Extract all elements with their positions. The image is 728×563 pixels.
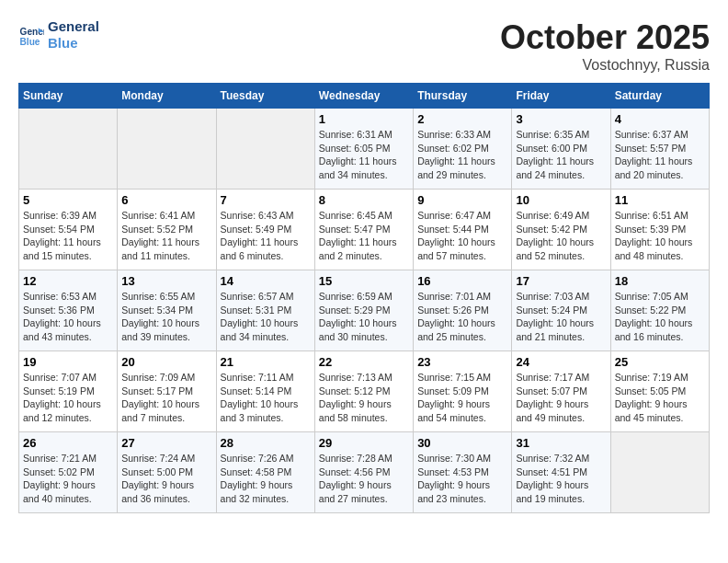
day-info: Sunrise: 7:03 AM Sunset: 5:24 PM Dayligh… (516, 290, 606, 344)
dow-friday: Friday (512, 84, 610, 109)
day-number: 18 (615, 274, 705, 288)
dow-saturday: Saturday (610, 84, 709, 109)
day-number: 11 (615, 193, 705, 207)
day-number: 31 (516, 436, 606, 450)
calendar-cell: 13Sunrise: 6:55 AM Sunset: 5:34 PM Dayli… (118, 270, 216, 351)
day-info: Sunrise: 7:05 AM Sunset: 5:22 PM Dayligh… (615, 290, 705, 344)
day-number: 21 (221, 355, 311, 369)
calendar-cell: 27Sunrise: 7:24 AM Sunset: 5:00 PM Dayli… (118, 432, 216, 513)
day-number: 24 (516, 355, 606, 369)
calendar-cell: 31Sunrise: 7:32 AM Sunset: 4:51 PM Dayli… (512, 432, 610, 513)
calendar-cell: 3Sunrise: 6:35 AM Sunset: 6:00 PM Daylig… (512, 109, 610, 190)
day-info: Sunrise: 6:31 AM Sunset: 6:05 PM Dayligh… (319, 128, 409, 182)
day-number: 6 (121, 193, 211, 207)
day-info: Sunrise: 6:57 AM Sunset: 5:31 PM Dayligh… (221, 290, 311, 344)
day-number: 2 (417, 112, 507, 126)
calendar-cell: 28Sunrise: 7:26 AM Sunset: 4:58 PM Dayli… (216, 432, 314, 513)
day-info: Sunrise: 7:07 AM Sunset: 5:19 PM Dayligh… (23, 371, 113, 425)
calendar-cell: 2Sunrise: 6:33 AM Sunset: 6:02 PM Daylig… (414, 109, 512, 190)
day-info: Sunrise: 7:01 AM Sunset: 5:26 PM Dayligh… (417, 290, 507, 344)
calendar-cell (216, 109, 314, 190)
calendar-cell: 21Sunrise: 7:11 AM Sunset: 5:14 PM Dayli… (216, 351, 314, 432)
day-number: 27 (121, 436, 211, 450)
day-number: 29 (319, 436, 409, 450)
day-number: 13 (121, 274, 211, 288)
day-number: 19 (23, 355, 113, 369)
calendar-week-1: 5Sunrise: 6:39 AM Sunset: 5:54 PM Daylig… (19, 190, 710, 270)
day-info: Sunrise: 7:24 AM Sunset: 5:00 PM Dayligh… (121, 452, 211, 506)
calendar-cell: 16Sunrise: 7:01 AM Sunset: 5:26 PM Dayli… (414, 270, 512, 351)
day-info: Sunrise: 6:39 AM Sunset: 5:54 PM Dayligh… (23, 209, 113, 263)
calendar-cell: 20Sunrise: 7:09 AM Sunset: 5:17 PM Dayli… (118, 351, 216, 432)
day-info: Sunrise: 7:11 AM Sunset: 5:14 PM Dayligh… (221, 371, 311, 425)
calendar-cell: 10Sunrise: 6:49 AM Sunset: 5:42 PM Dayli… (512, 190, 610, 270)
calendar-cell: 18Sunrise: 7:05 AM Sunset: 5:22 PM Dayli… (610, 270, 709, 351)
day-info: Sunrise: 6:47 AM Sunset: 5:44 PM Dayligh… (417, 209, 507, 263)
day-number: 25 (615, 355, 705, 369)
day-number: 9 (417, 193, 507, 207)
calendar-cell: 4Sunrise: 6:37 AM Sunset: 5:57 PM Daylig… (610, 109, 709, 190)
day-of-week-header-row: SundayMondayTuesdayWednesdayThursdayFrid… (19, 84, 710, 109)
day-info: Sunrise: 7:15 AM Sunset: 5:09 PM Dayligh… (417, 371, 507, 425)
dow-thursday: Thursday (414, 84, 512, 109)
day-number: 4 (615, 112, 705, 126)
day-number: 16 (417, 274, 507, 288)
logo-icon: General Blue (18, 22, 44, 48)
day-number: 10 (516, 193, 606, 207)
calendar-cell: 1Sunrise: 6:31 AM Sunset: 6:05 PM Daylig… (314, 109, 413, 190)
day-info: Sunrise: 6:59 AM Sunset: 5:29 PM Dayligh… (319, 290, 409, 344)
calendar-cell (19, 109, 118, 190)
day-info: Sunrise: 6:55 AM Sunset: 5:34 PM Dayligh… (121, 290, 211, 344)
day-info: Sunrise: 7:17 AM Sunset: 5:07 PM Dayligh… (516, 371, 606, 425)
dow-wednesday: Wednesday (314, 84, 413, 109)
day-info: Sunrise: 7:09 AM Sunset: 5:17 PM Dayligh… (121, 371, 211, 425)
day-number: 23 (417, 355, 507, 369)
calendar-cell: 30Sunrise: 7:30 AM Sunset: 4:53 PM Dayli… (414, 432, 512, 513)
day-info: Sunrise: 7:13 AM Sunset: 5:12 PM Dayligh… (319, 371, 409, 425)
day-info: Sunrise: 6:33 AM Sunset: 6:02 PM Dayligh… (417, 128, 507, 182)
calendar-cell: 17Sunrise: 7:03 AM Sunset: 5:24 PM Dayli… (512, 270, 610, 351)
day-info: Sunrise: 6:53 AM Sunset: 5:36 PM Dayligh… (23, 290, 113, 344)
day-info: Sunrise: 6:51 AM Sunset: 5:39 PM Dayligh… (615, 209, 705, 263)
calendar-cell: 7Sunrise: 6:43 AM Sunset: 5:49 PM Daylig… (216, 190, 314, 270)
calendar-cell: 8Sunrise: 6:45 AM Sunset: 5:47 PM Daylig… (314, 190, 413, 270)
logo: General Blue General Blue (18, 18, 99, 52)
day-info: Sunrise: 6:45 AM Sunset: 5:47 PM Dayligh… (319, 209, 409, 263)
day-number: 22 (319, 355, 409, 369)
month-title: October 2025 (500, 18, 710, 57)
day-number: 20 (121, 355, 211, 369)
calendar-cell: 5Sunrise: 6:39 AM Sunset: 5:54 PM Daylig… (19, 190, 118, 270)
page-header: General Blue General Blue October 2025 V… (18, 18, 710, 74)
day-number: 17 (516, 274, 606, 288)
calendar-cell (610, 432, 709, 513)
calendar-cell: 15Sunrise: 6:59 AM Sunset: 5:29 PM Dayli… (314, 270, 413, 351)
day-info: Sunrise: 6:37 AM Sunset: 5:57 PM Dayligh… (615, 128, 705, 182)
day-number: 3 (516, 112, 606, 126)
calendar-week-3: 19Sunrise: 7:07 AM Sunset: 5:19 PM Dayli… (19, 351, 710, 432)
calendar-cell: 14Sunrise: 6:57 AM Sunset: 5:31 PM Dayli… (216, 270, 314, 351)
day-info: Sunrise: 6:35 AM Sunset: 6:00 PM Dayligh… (516, 128, 606, 182)
day-number: 14 (221, 274, 311, 288)
day-number: 8 (319, 193, 409, 207)
day-info: Sunrise: 7:21 AM Sunset: 5:02 PM Dayligh… (23, 452, 113, 506)
day-number: 15 (319, 274, 409, 288)
calendar-cell: 24Sunrise: 7:17 AM Sunset: 5:07 PM Dayli… (512, 351, 610, 432)
day-info: Sunrise: 7:32 AM Sunset: 4:51 PM Dayligh… (516, 452, 606, 506)
calendar-cell: 23Sunrise: 7:15 AM Sunset: 5:09 PM Dayli… (414, 351, 512, 432)
calendar-cell: 12Sunrise: 6:53 AM Sunset: 5:36 PM Dayli… (19, 270, 118, 351)
calendar-table: SundayMondayTuesdayWednesdayThursdayFrid… (18, 83, 710, 513)
calendar-body: 1Sunrise: 6:31 AM Sunset: 6:05 PM Daylig… (19, 109, 710, 513)
day-info: Sunrise: 6:49 AM Sunset: 5:42 PM Dayligh… (516, 209, 606, 263)
day-number: 30 (417, 436, 507, 450)
day-info: Sunrise: 7:30 AM Sunset: 4:53 PM Dayligh… (417, 452, 507, 506)
day-info: Sunrise: 7:19 AM Sunset: 5:05 PM Dayligh… (615, 371, 705, 425)
calendar-week-4: 26Sunrise: 7:21 AM Sunset: 5:02 PM Dayli… (19, 432, 710, 513)
day-number: 1 (319, 112, 409, 126)
title-block: October 2025 Vostochnyy, Russia (500, 18, 710, 74)
calendar-cell: 26Sunrise: 7:21 AM Sunset: 5:02 PM Dayli… (19, 432, 118, 513)
day-number: 26 (23, 436, 113, 450)
day-number: 28 (221, 436, 311, 450)
calendar-cell (118, 109, 216, 190)
svg-text:Blue: Blue (20, 37, 40, 47)
calendar-cell: 9Sunrise: 6:47 AM Sunset: 5:44 PM Daylig… (414, 190, 512, 270)
